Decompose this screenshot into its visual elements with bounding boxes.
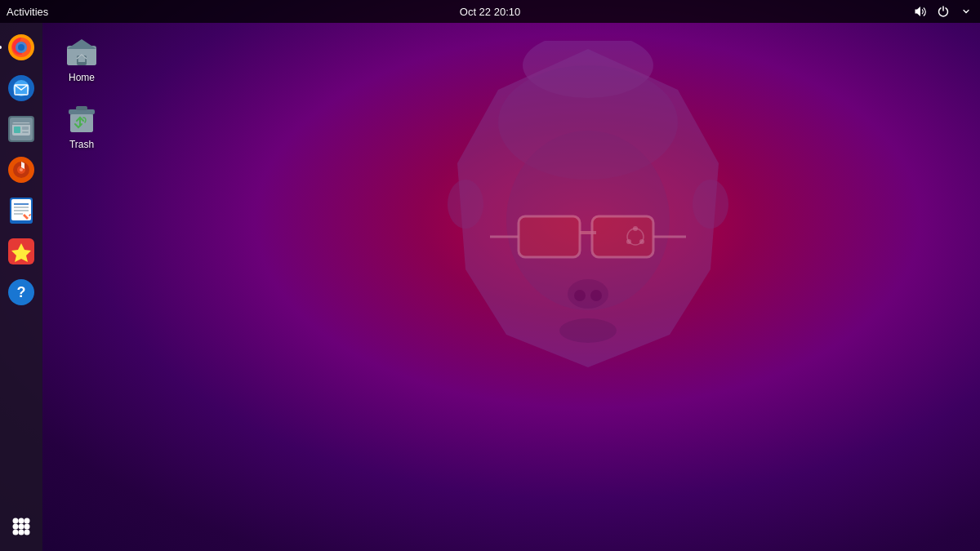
dock-item-apps-grid[interactable] [3,509,39,544]
mail-icon [7,73,36,103]
svg-rect-39 [11,199,31,220]
power-icon[interactable] [936,4,951,19]
svg-rect-4 [519,216,580,257]
svg-point-54 [19,530,24,535]
svg-point-47 [13,518,19,524]
dock: ? [0,23,42,551]
chevron-down-icon[interactable] [959,4,973,19]
svg-point-48 [19,518,24,524]
wallpaper [425,41,751,465]
desktop: Activities Oct 22 20:10 [0,0,980,551]
dock-item-files[interactable] [3,111,39,147]
svg-point-19 [448,180,483,229]
svg-point-51 [19,524,24,530]
svg-point-49 [24,518,30,524]
svg-rect-32 [22,127,29,130]
activities-button[interactable]: Activities [7,6,48,18]
svg-point-20 [693,180,728,229]
writer-icon [7,196,36,225]
desktop-icon-trash[interactable]: Trash [49,96,114,153]
topbar: Activities Oct 22 20:10 [0,0,980,23]
home-folder-icon [64,33,100,69]
svg-rect-62 [76,106,87,110]
dock-item-firefox[interactable] [3,29,39,65]
svg-rect-31 [14,127,20,133]
dock-item-thunderbird[interactable] [3,70,39,106]
svg-text:?: ? [17,284,26,300]
dock-item-rhythmbox[interactable] [3,152,39,188]
dock-item-help[interactable]: ? [3,274,39,310]
files-icon [7,114,36,144]
appstore-icon [7,237,36,266]
trash-icon-label: Trash [69,139,94,150]
svg-point-12 [633,226,638,231]
trash-icon [64,100,100,136]
desktop-icons: Home Trash [49,29,114,153]
svg-point-17 [590,290,602,301]
topbar-right [913,4,980,19]
dock-item-appstore[interactable] [3,233,39,269]
svg-point-13 [639,239,644,244]
svg-point-14 [626,239,631,244]
desktop-icon-home[interactable]: Home [49,29,114,87]
help-icon: ? [7,278,36,307]
svg-point-55 [24,530,30,535]
svg-point-16 [574,290,586,301]
datetime-display: Oct 22 20:10 [460,6,520,18]
firefox-icon [7,33,36,62]
svg-point-37 [20,168,23,171]
home-icon-label: Home [69,72,95,83]
svg-point-53 [13,530,19,535]
svg-rect-33 [22,131,29,133]
svg-point-18 [559,318,617,343]
apps-grid-icon [10,515,33,538]
music-icon [7,155,36,184]
svg-point-24 [18,44,24,51]
volume-icon[interactable] [913,4,928,19]
dock-item-writer[interactable] [3,193,39,229]
svg-point-15 [568,279,608,309]
svg-point-52 [24,524,30,530]
topbar-center: Oct 22 20:10 [460,6,520,18]
svg-point-26 [13,80,29,96]
svg-point-50 [13,524,19,530]
